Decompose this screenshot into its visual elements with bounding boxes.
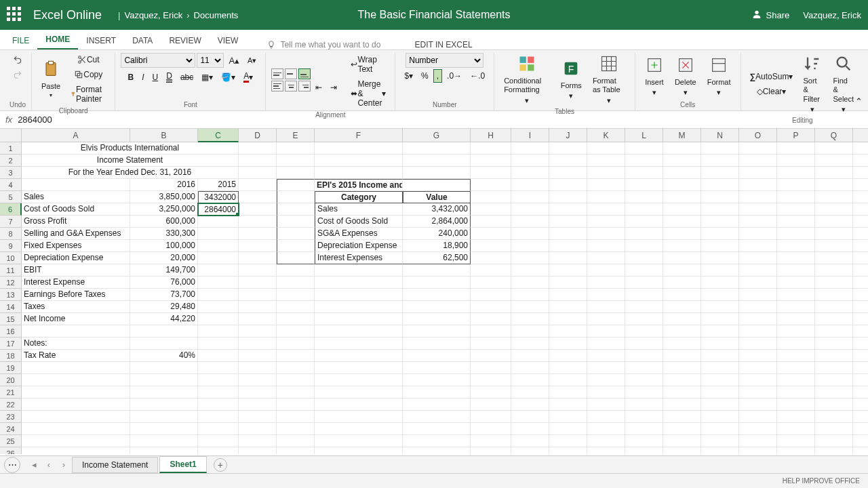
increase-decimal-button[interactable]: .0→ <box>443 69 465 83</box>
cell-M12[interactable] <box>663 277 701 289</box>
cell-F15[interactable] <box>315 313 403 325</box>
undo-button[interactable] <box>9 53 26 66</box>
cell-I9[interactable] <box>511 240 549 252</box>
cell-R21[interactable] <box>853 386 868 399</box>
row-header-12[interactable]: 12 <box>0 277 22 289</box>
cell-L24[interactable] <box>625 423 663 435</box>
cell-P17[interactable] <box>777 338 815 350</box>
align-left-button[interactable] <box>271 81 283 92</box>
cell-F16[interactable] <box>315 325 403 338</box>
cell-P1[interactable] <box>777 142 815 155</box>
row-header-23[interactable]: 23 <box>0 411 22 423</box>
cell-E26[interactable] <box>277 447 315 454</box>
col-header-E[interactable]: E <box>277 129 315 142</box>
cell-A13[interactable]: Earnings Before Taxes <box>22 289 130 301</box>
cell-E11[interactable] <box>277 264 315 277</box>
cell-F7[interactable]: Cost of Goods Sold <box>315 216 403 228</box>
cell-O2[interactable] <box>739 155 777 167</box>
cell-P23[interactable] <box>777 411 815 423</box>
cell-F11[interactable] <box>315 264 403 277</box>
cell-E2[interactable] <box>277 155 315 167</box>
cell-I19[interactable] <box>511 362 549 374</box>
cell-E18[interactable] <box>277 350 315 362</box>
cell-N6[interactable] <box>701 203 739 216</box>
col-header-K[interactable]: K <box>587 129 625 142</box>
cell-C26[interactable] <box>198 447 239 454</box>
cell-A3[interactable]: For the Year Ended Dec. 31, 2016 <box>22 167 239 179</box>
cell-B5[interactable]: 3,850,000 <box>130 191 198 203</box>
row-header-7[interactable]: 7 <box>0 216 22 228</box>
cell-R25[interactable] <box>853 435 868 447</box>
cell-I13[interactable] <box>511 289 549 301</box>
cell-H24[interactable] <box>471 423 511 435</box>
cell-N19[interactable] <box>701 362 739 374</box>
cell-H10[interactable] <box>471 252 511 264</box>
clear-button[interactable]: ◇ Clear ▾ <box>747 85 797 98</box>
cell-E8[interactable] <box>277 228 315 240</box>
cell-J17[interactable] <box>549 338 587 350</box>
cell-B7[interactable]: 600,000 <box>130 216 198 228</box>
cell-K1[interactable] <box>587 142 625 155</box>
cell-B12[interactable]: 76,000 <box>130 277 198 289</box>
underline-button[interactable]: U <box>149 69 162 85</box>
cell-H14[interactable] <box>471 301 511 313</box>
cell-L25[interactable] <box>625 435 663 447</box>
cell-D18[interactable] <box>239 350 277 362</box>
cell-G5[interactable]: Value <box>403 191 471 203</box>
cell-G23[interactable] <box>403 411 471 423</box>
forms-button[interactable]: FForms▾ <box>557 58 586 102</box>
cell-D10[interactable] <box>239 252 277 264</box>
cell-E16[interactable] <box>277 325 315 338</box>
col-header-C[interactable]: C <box>198 129 239 142</box>
cell-L17[interactable] <box>625 338 663 350</box>
cell-I10[interactable] <box>511 252 549 264</box>
cell-M2[interactable] <box>663 155 701 167</box>
cell-B18[interactable]: 40% <box>130 350 198 362</box>
insert-cells-button[interactable]: Insert▾ <box>641 54 668 99</box>
grow-font-button[interactable]: A▴ <box>225 53 243 68</box>
cell-H20[interactable] <box>471 374 511 386</box>
percent-button[interactable]: % <box>418 69 432 83</box>
cell-D8[interactable] <box>239 228 277 240</box>
cell-J14[interactable] <box>549 301 587 313</box>
cell-R14[interactable] <box>853 301 868 313</box>
cells-area[interactable]: Elvis Products InternationalIncome State… <box>22 142 868 454</box>
cell-A15[interactable]: Net Income <box>22 313 130 325</box>
cell-P21[interactable] <box>777 386 815 399</box>
cell-C14[interactable] <box>198 301 239 313</box>
cell-N13[interactable] <box>701 289 739 301</box>
cell-N8[interactable] <box>701 228 739 240</box>
cell-O13[interactable] <box>739 289 777 301</box>
cell-Q15[interactable] <box>815 313 853 325</box>
cell-P2[interactable] <box>777 155 815 167</box>
row-header-6[interactable]: 6 <box>0 203 22 216</box>
cell-E7[interactable] <box>277 216 315 228</box>
cell-N16[interactable] <box>701 325 739 338</box>
cell-A25[interactable] <box>22 435 130 447</box>
cell-C22[interactable] <box>198 399 239 411</box>
cell-G2[interactable] <box>403 155 471 167</box>
cell-F21[interactable] <box>315 386 403 399</box>
cell-I6[interactable] <box>511 203 549 216</box>
cell-R26[interactable] <box>853 447 868 454</box>
row-header-20[interactable]: 20 <box>0 374 22 386</box>
cell-Q2[interactable] <box>815 155 853 167</box>
cell-I14[interactable] <box>511 301 549 313</box>
cell-E3[interactable] <box>277 167 315 179</box>
bold-button[interactable]: B <box>125 69 138 85</box>
cell-I21[interactable] <box>511 386 549 399</box>
cell-L3[interactable] <box>625 167 663 179</box>
cell-M18[interactable] <box>663 350 701 362</box>
merge-center-button[interactable]: ⬌ Merge & Center ▾ <box>347 77 389 110</box>
cell-B4[interactable]: 2016 <box>130 179 198 191</box>
cell-E19[interactable] <box>277 362 315 374</box>
cell-N21[interactable] <box>701 386 739 399</box>
cell-J10[interactable] <box>549 252 587 264</box>
cell-L11[interactable] <box>625 264 663 277</box>
cell-R7[interactable] <box>853 216 868 228</box>
cell-D5[interactable] <box>239 191 277 203</box>
cell-E14[interactable] <box>277 301 315 313</box>
cell-B25[interactable] <box>130 435 198 447</box>
cell-C16[interactable] <box>198 325 239 338</box>
col-header-F[interactable]: F <box>315 129 403 142</box>
